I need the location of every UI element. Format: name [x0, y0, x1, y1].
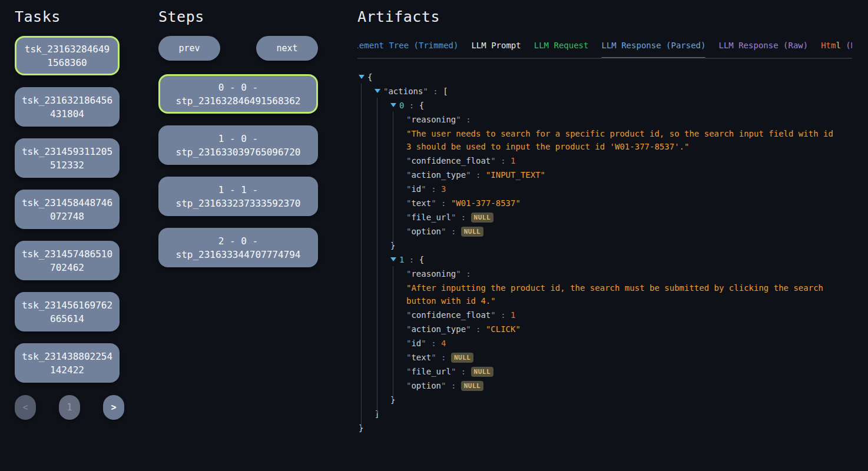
- json-key: text: [411, 198, 431, 208]
- steps-panel: Steps prev next 0 - 0 - stp_231632846491…: [158, 0, 318, 279]
- json-colon: :: [461, 269, 471, 278]
- json-bracket: {: [419, 101, 424, 110]
- json-bracket: {: [367, 72, 372, 82]
- tab-element-tree-trimmed[interactable]: Element Tree (Trimmed): [357, 41, 458, 58]
- next-step-button[interactable]: next: [256, 36, 318, 61]
- null-badge: NULL: [461, 227, 484, 237]
- quote: ": [466, 170, 471, 180]
- json-colon: :: [496, 156, 511, 165]
- pagination-page-button[interactable]: 1: [59, 395, 80, 420]
- task-button[interactable]: tsk_231457486510702462: [15, 241, 120, 280]
- json-key: action_type: [411, 170, 466, 180]
- step-button[interactable]: 1 - 0 - stp_231633039765096720: [158, 125, 318, 165]
- json-colon: :: [496, 310, 511, 320]
- json-colon: :: [436, 198, 451, 208]
- json-line: 0 : {: [357, 99, 852, 112]
- json-number-value: 1: [511, 156, 515, 165]
- task-button[interactable]: tsk_231632186456431804: [15, 87, 120, 127]
- quote: ": [491, 156, 495, 165]
- json-line: }: [357, 239, 852, 252]
- step-list: 0 - 0 - stp_2316328464915683621 - 0 - st…: [158, 74, 318, 267]
- null-badge: NULL: [471, 367, 494, 377]
- json-number-value: 1: [511, 310, 515, 320]
- expander-icon[interactable]: [390, 257, 396, 261]
- quote: ": [423, 87, 428, 96]
- task-button[interactable]: tsk_231458448746072748: [15, 190, 120, 229]
- json-number-value: 4: [441, 339, 446, 348]
- prev-step-button[interactable]: prev: [158, 36, 220, 61]
- json-string-value: "INPUT_TEXT": [486, 170, 545, 180]
- tab-llm-response-raw[interactable]: LLM Response (Raw): [718, 41, 808, 58]
- json-key: option: [411, 227, 441, 236]
- json-line: }: [357, 422, 852, 434]
- tasks-panel: Tasks tsk_231632846491568360tsk_23163218…: [15, 0, 127, 420]
- quote: ": [466, 324, 471, 334]
- json-line: {: [357, 71, 852, 84]
- json-tree-viewer: {"actions" : [0 : {"reasoning" :"The use…: [357, 71, 852, 434]
- json-colon: :: [446, 227, 460, 236]
- json-line: "file_url" : NULL: [357, 365, 852, 378]
- json-colon: :: [471, 324, 486, 334]
- json-colon: :: [426, 184, 441, 194]
- quote: ": [431, 353, 436, 362]
- json-line: "id" : 3: [357, 183, 852, 195]
- json-bracket: [: [443, 87, 448, 96]
- pagination-next-button[interactable]: >: [103, 395, 124, 420]
- quote: ": [421, 339, 426, 348]
- step-button[interactable]: 2 - 0 - stp_231633344707774794: [158, 228, 318, 267]
- tasks-pagination: < 1 >: [15, 395, 124, 420]
- json-line: "action_type" : "INPUT_TEXT": [357, 168, 852, 181]
- steps-title: Steps: [158, 8, 318, 25]
- json-colon: :: [456, 213, 471, 222]
- json-number-value: 3: [441, 184, 446, 194]
- json-key: id: [411, 184, 421, 194]
- tab-label-segment: Htm: [821, 41, 836, 50]
- pagination-prev-button[interactable]: <: [15, 395, 36, 420]
- tab-html-raw[interactable]: Html (Raw): [821, 41, 852, 58]
- json-line: "text" : NULL: [357, 351, 852, 364]
- quote: ": [491, 310, 495, 320]
- json-key: confidence_float: [411, 156, 491, 165]
- step-button[interactable]: 0 - 0 - stp_231632846491568362: [158, 74, 318, 114]
- json-colon: :: [426, 339, 441, 348]
- json-colon: :: [471, 170, 486, 180]
- json-string-value: "After inputting the product id, the sea…: [406, 283, 828, 306]
- indent-guide: [393, 112, 393, 245]
- tab-label-segment: l: [836, 41, 840, 50]
- json-line: "The user needs to search for a specific…: [357, 127, 834, 153]
- json-key: file_url: [411, 367, 450, 376]
- json-key: actions: [388, 87, 423, 96]
- tab-llm-request[interactable]: LLM Request: [534, 41, 589, 58]
- artifacts-tab-bar: Element Tree (Trimmed)LLM PromptLLM Requ…: [357, 41, 852, 59]
- step-button[interactable]: 1 - 1 - stp_231633237333592370: [158, 177, 318, 216]
- indent-guide: [377, 98, 377, 413]
- tab-llm-response-parsed[interactable]: LLM Response (Parsed): [601, 41, 705, 58]
- json-colon: :: [428, 87, 443, 96]
- json-line: "text" : "W01-377-8537": [357, 197, 852, 210]
- json-colon: :: [461, 115, 471, 124]
- json-key: reasoning: [411, 269, 456, 278]
- json-line: "actions" : [: [357, 85, 852, 98]
- json-string-value: "CLICK": [486, 324, 521, 334]
- json-line: ]: [357, 407, 852, 420]
- expander-icon[interactable]: [375, 89, 380, 93]
- null-badge: NULL: [451, 353, 474, 363]
- json-line: "action_type" : "CLICK": [357, 323, 852, 336]
- task-button[interactable]: tsk_231459311205512332: [15, 138, 120, 178]
- json-key: option: [411, 381, 441, 390]
- json-line: "id" : 4: [357, 337, 852, 350]
- expander-icon[interactable]: [390, 103, 396, 107]
- quote: ": [421, 184, 426, 194]
- json-key: id: [411, 339, 421, 348]
- task-button[interactable]: tsk_231456169762665614: [15, 292, 120, 331]
- json-line: "reasoning" :: [357, 113, 852, 126]
- task-button[interactable]: tsk_231632846491568360: [15, 36, 120, 75]
- json-line: 1 : {: [357, 253, 852, 266]
- expander-icon[interactable]: [359, 75, 365, 79]
- json-key: file_url: [411, 213, 450, 222]
- task-button[interactable]: tsk_231438802254142422: [15, 343, 120, 383]
- tab-llm-prompt[interactable]: LLM Prompt: [471, 41, 521, 58]
- artifacts-title: Artifacts: [357, 8, 852, 25]
- json-line: }: [357, 393, 852, 406]
- json-bracket: {: [419, 255, 424, 264]
